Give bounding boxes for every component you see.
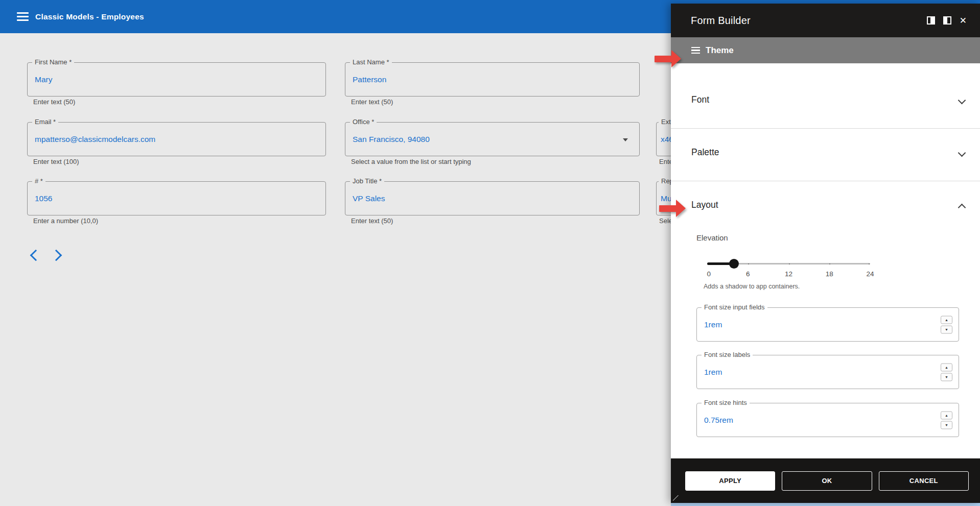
first-name-value: Mary [35, 75, 52, 84]
panel-window-controls: ✕ [927, 16, 967, 25]
last-name-value: Patterson [353, 75, 386, 84]
slider-tick [869, 263, 870, 264]
last-name-label: Last Name * [350, 58, 392, 66]
spin-up-icon[interactable]: ▲ [941, 316, 952, 324]
email-label: Email * [32, 118, 58, 126]
red-arrow-pointer-theme [655, 50, 681, 67]
accordion-palette[interactable]: Palette [671, 147, 980, 176]
slider-tick [748, 263, 749, 264]
tick-label: 12 [785, 270, 792, 278]
elevation-tick-labels: 0 6 12 18 24 [707, 270, 870, 279]
tick-label: 18 [826, 270, 833, 278]
accordion-layout-label: Layout [691, 200, 718, 210]
email-hint: Enter text (100) [33, 158, 79, 165]
chevron-down-icon [958, 149, 966, 157]
elevation-label: Elevation [696, 233, 728, 242]
spin-down-icon[interactable]: ▼ [941, 325, 952, 333]
panel-footer: APPLY OK CANCEL [671, 459, 980, 503]
panel-titlebar: Form Builder ✕ [671, 4, 980, 37]
chevron-up-icon [958, 204, 966, 212]
elevation-hint: Adds a shadow to app containers. [704, 283, 800, 290]
divider [671, 128, 980, 129]
accordion-layout[interactable]: Layout [671, 200, 980, 228]
dock-left-icon[interactable] [943, 16, 951, 25]
accordion-palette-label: Palette [691, 147, 719, 158]
office-hint: Select a value from the list or start ty… [351, 158, 471, 165]
office-label: Office * [350, 118, 377, 126]
job-title-hint: Enter text (50) [351, 217, 393, 225]
font-size-hints-spinner[interactable]: Font size hints 0.75rem ▲ ▼ [696, 403, 959, 437]
employee-number-field[interactable]: # * 1056 [27, 181, 326, 215]
theme-section-label: Theme [706, 45, 734, 56]
spinner-buttons: ▲ ▼ [941, 411, 952, 429]
menu-icon[interactable] [17, 10, 29, 23]
ok-button[interactable]: OK [782, 471, 872, 491]
email-value: mpatterso@classicmodelcars.com [35, 135, 155, 144]
spin-down-icon[interactable]: ▼ [941, 421, 952, 429]
previous-record-icon[interactable] [30, 250, 42, 261]
tick-label: 0 [707, 270, 711, 278]
app-title: Classic Models - Employees [35, 12, 144, 21]
font-size-hints-label: Font size hints [702, 399, 750, 406]
last-name-hint: Enter text (50) [351, 98, 393, 106]
panel-bottom-edge [671, 503, 980, 506]
job-title-value: VP Sales [353, 194, 385, 203]
first-name-field[interactable]: First Name * Mary [27, 62, 326, 97]
tick-label: 6 [746, 270, 750, 278]
spin-up-icon[interactable]: ▲ [941, 363, 952, 371]
font-size-input-fields-value: 1rem [704, 320, 722, 329]
next-record-icon[interactable] [51, 250, 62, 261]
office-value: San Francisco, 94080 [353, 135, 430, 144]
record-navigation [32, 251, 60, 259]
elevation-slider[interactable] [707, 259, 870, 268]
last-name-field[interactable]: Last Name * Patterson [345, 62, 640, 97]
divider [671, 181, 980, 181]
spinner-buttons: ▲ ▼ [941, 363, 952, 381]
font-size-labels-value: 1rem [704, 368, 722, 377]
font-size-labels-label: Font size labels [702, 351, 753, 358]
chevron-down-icon [958, 97, 966, 105]
slider-thumb[interactable] [729, 259, 739, 269]
employee-number-hint: Enter a number (10,0) [33, 217, 98, 225]
font-size-input-fields-spinner[interactable]: Font size input fields 1rem ▲ ▼ [696, 307, 959, 342]
theme-menu-icon [691, 45, 700, 56]
dock-right-icon[interactable] [927, 16, 935, 25]
first-name-hint: Enter text (50) [33, 98, 75, 106]
form-builder-panel: Form Builder ✕ Theme Font Palette Layout [671, 4, 980, 503]
accordion-font[interactable]: Font [671, 94, 980, 123]
close-icon[interactable]: ✕ [960, 16, 967, 25]
resize-grip-icon[interactable] [673, 495, 679, 501]
spin-up-icon[interactable]: ▲ [941, 411, 952, 419]
office-combobox[interactable]: Office * San Francisco, 94080 [345, 122, 640, 156]
screen: Classic Models - Employees First Name * … [0, 0, 980, 506]
panel-title: Form Builder [691, 15, 751, 27]
first-name-label: First Name * [32, 58, 74, 66]
spinner-buttons: ▲ ▼ [941, 316, 952, 333]
tick-label: 24 [866, 270, 874, 278]
red-arrow-pointer-layout [659, 200, 686, 217]
font-size-hints-value: 0.75rem [704, 416, 733, 425]
employee-number-value: 1056 [35, 194, 52, 203]
dropdown-arrow-icon[interactable] [623, 138, 628, 141]
job-title-label: Job Title * [350, 177, 384, 185]
spin-down-icon[interactable]: ▼ [941, 373, 952, 381]
job-title-field[interactable]: Job Title * VP Sales [345, 181, 640, 215]
font-size-input-fields-label: Font size input fields [702, 303, 767, 311]
slider-tick [789, 263, 790, 264]
email-field[interactable]: Email * mpatterso@classicmodelcars.com [27, 122, 326, 156]
apply-button[interactable]: APPLY [685, 471, 775, 491]
cancel-button[interactable]: CANCEL [879, 471, 969, 491]
employee-number-label: # * [32, 177, 45, 185]
font-size-labels-spinner[interactable]: Font size labels 1rem ▲ ▼ [696, 355, 959, 389]
accordion-font-label: Font [691, 94, 709, 105]
theme-section-header[interactable]: Theme [671, 37, 980, 63]
